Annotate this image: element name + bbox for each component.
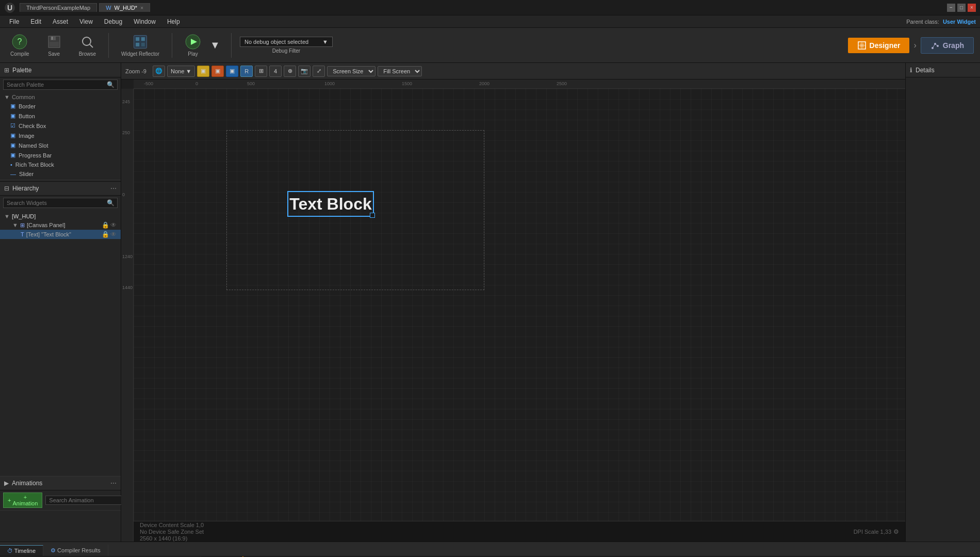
progressbar-item-icon: ▣: [10, 152, 15, 158]
animation-search-input[interactable]: [45, 496, 124, 505]
four-button[interactable]: 4: [269, 66, 282, 77]
palette-item-slider[interactable]: — Slider: [0, 169, 121, 179]
dpi-gear-icon[interactable]: ⚙: [893, 528, 899, 535]
color3-button[interactable]: ▣: [226, 66, 238, 77]
menu-help[interactable]: Help: [162, 17, 185, 26]
palette-item-namedslot[interactable]: ▣ Named Slot: [0, 140, 121, 150]
menu-file[interactable]: File: [4, 17, 24, 26]
menu-debug[interactable]: Debug: [99, 17, 127, 26]
camera-button[interactable]: 📷: [298, 66, 311, 77]
ruler-mark-1000: 1000: [324, 81, 335, 86]
animations-icon: ▶: [4, 480, 9, 487]
compile-icon: ?: [11, 34, 28, 50]
canvas-viewport[interactable]: Text Block: [134, 89, 905, 521]
canvas-panel-label: [Canvas Panel]: [27, 222, 66, 228]
textblock-lock-icon[interactable]: 🔒: [102, 231, 109, 238]
palette-item-border[interactable]: ▣ Border: [0, 101, 121, 111]
hierarchy-search-input[interactable]: [3, 198, 118, 208]
tab-timeline-label: Timeline: [14, 548, 36, 554]
menu-asset[interactable]: Asset: [47, 17, 73, 26]
browse-button[interactable]: Browse: [75, 31, 100, 59]
hierarchy-options-icon[interactable]: ⋯: [110, 185, 117, 192]
textblock-widget-icon: T: [21, 231, 24, 237]
svg-line-24: [933, 44, 935, 48]
checkbox-item-icon: ☑: [10, 122, 15, 129]
ruler-mark-0: 0: [195, 81, 198, 86]
screen-size-dropdown[interactable]: Screen Size: [327, 66, 375, 76]
menu-window[interactable]: Window: [128, 17, 161, 26]
hierarchy-tree: ▼ [W_HUD] ▼ ⊞ [Canvas Panel] 🔒 👁 T [Text…: [0, 210, 121, 241]
svg-rect-12: [141, 37, 145, 41]
designer-label: Designer: [870, 41, 901, 50]
progressbar-item-label: Progress Bar: [19, 152, 52, 158]
fill-screen-dropdown[interactable]: Fill Screen: [378, 66, 422, 76]
grid-button[interactable]: ⊞: [255, 66, 267, 77]
hierarchy-textblock-item[interactable]: T [Text] "Text Block" 🔒 👁: [0, 230, 121, 239]
play-button[interactable]: Play: [181, 31, 205, 59]
widget-tab[interactable]: W W_HUD* ×: [99, 3, 150, 12]
none-dropdown-button[interactable]: None ▼: [167, 66, 195, 77]
parent-class-label: Parent class: User Widget: [906, 19, 976, 25]
add-animation-label: + Animation: [12, 494, 38, 506]
play-label: Play: [188, 51, 198, 57]
canvas-panel-expand-icon: ▼: [12, 222, 18, 228]
menu-edit[interactable]: Edit: [25, 17, 46, 26]
designer-button[interactable]: Designer: [848, 38, 910, 53]
tab-compiler-results[interactable]: ⚙ Compiler Results: [43, 545, 108, 556]
play-dropdown-button[interactable]: ▼: [207, 35, 223, 56]
richtextblock-item-icon: •: [10, 162, 12, 168]
canvas-panel-lock-icon[interactable]: 🔒: [102, 221, 109, 229]
compile-label: Compile: [10, 51, 29, 57]
animations-options-icon[interactable]: ⋯: [110, 480, 117, 487]
tab-timeline[interactable]: ⏱ Timeline: [0, 545, 43, 556]
palette-header: ⊞ Palette: [0, 63, 121, 77]
color2-button[interactable]: ▣: [211, 66, 224, 77]
hierarchy-canvas-panel-item[interactable]: ▼ ⊞ [Canvas Panel] 🔒 👁: [0, 220, 121, 230]
snap-button[interactable]: ⊕: [284, 66, 296, 77]
svg-text:?: ?: [18, 37, 22, 46]
widget-tab-close-icon[interactable]: ×: [140, 5, 143, 11]
none-label: None: [171, 68, 184, 74]
palette-item-image[interactable]: ▣ Image: [0, 131, 121, 140]
r-button[interactable]: R: [240, 66, 253, 77]
namedslot-item-label: Named Slot: [19, 142, 48, 149]
close-button[interactable]: ×: [968, 4, 976, 12]
resize-handle[interactable]: [370, 213, 375, 218]
canvas-panel-actions: 🔒 👁: [102, 221, 117, 229]
compile-button[interactable]: ? Compile: [6, 31, 34, 59]
play-dropdown-icon: ▼: [211, 37, 219, 54]
canvas-panel-visibility-icon[interactable]: 👁: [110, 221, 117, 229]
textblock-visibility-icon[interactable]: 👁: [110, 231, 117, 238]
canvas-panel-widget-icon: ⊞: [20, 222, 25, 229]
save-button[interactable]: Save: [42, 31, 67, 59]
text-block-text: Text Block: [289, 195, 371, 214]
palette-item-button[interactable]: ▣ Button: [0, 111, 121, 121]
text-block-widget[interactable]: Text Block: [287, 191, 374, 217]
canvas-toolbar: Zoom -9 🌐 None ▼ ▣ ▣ ▣ R ⊞ 4 ⊕ 📷 ⤢ Sc: [121, 63, 905, 79]
debug-object-dropdown[interactable]: No debug object selected ▼: [240, 37, 333, 47]
palette-item-richtextblock[interactable]: • Rich Text Block: [0, 160, 121, 169]
toolbar-separator-1: [108, 33, 109, 58]
palette-divider: [0, 180, 121, 180]
debug-filter-area: No debug object selected ▼ Debug Filter: [240, 37, 333, 54]
palette-item-progressbar[interactable]: ▣ Progress Bar: [0, 150, 121, 160]
palette-search-input[interactable]: [3, 79, 118, 90]
toolbar-separator-3: [231, 33, 232, 58]
expand-button[interactable]: ⤢: [313, 66, 325, 77]
widget-reflector-button[interactable]: Widget Reflector: [117, 31, 164, 59]
map-tab[interactable]: ThirdPersonExampleMap: [20, 3, 97, 12]
maximize-button[interactable]: □: [957, 4, 966, 12]
menu-view[interactable]: View: [74, 17, 98, 26]
ue-logo-icon: U: [4, 2, 15, 13]
canvas-area: Zoom -9 🌐 None ▼ ▣ ▣ ▣ R ⊞ 4 ⊕ 📷 ⤢ Sc: [121, 63, 905, 542]
viewport-mode-button[interactable]: 🌐: [153, 66, 165, 77]
color1-button[interactable]: ▣: [197, 66, 209, 77]
minimize-button[interactable]: −: [947, 4, 955, 12]
graph-button[interactable]: Graph: [921, 37, 974, 54]
hierarchy-search-icon: 🔍: [107, 199, 115, 206]
hierarchy-root-item[interactable]: ▼ [W_HUD]: [0, 212, 121, 220]
palette-item-checkbox[interactable]: ☑ Check Box: [0, 121, 121, 131]
bottom-tabs: ⏱ Timeline ⚙ Compiler Results: [0, 542, 980, 556]
add-animation-button[interactable]: + + Animation: [3, 492, 42, 508]
canvas-grid: -500 0 500 1000 1500 2000 2500 245 250 0…: [121, 79, 905, 542]
